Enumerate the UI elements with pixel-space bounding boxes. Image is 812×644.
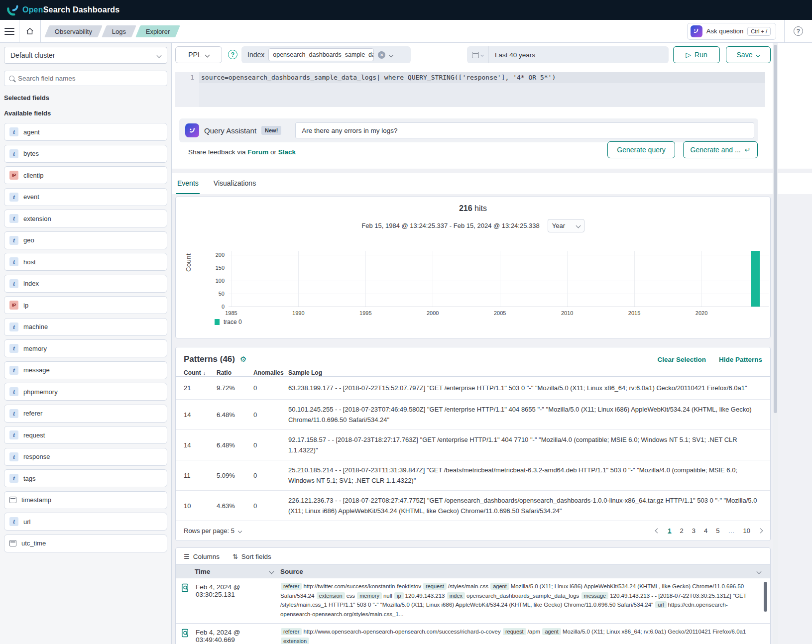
tab-visualizations[interactable]: Visualizations (213, 179, 257, 194)
field-item-memory[interactable]: tmemory (4, 339, 167, 357)
field-item-request[interactable]: trequest (4, 426, 167, 444)
breadcrumb-explorer[interactable]: Explorer (135, 25, 180, 37)
sort-fields-button[interactable]: ⇅ Sort fields (232, 553, 271, 560)
field-item-response[interactable]: tresponse (4, 448, 167, 466)
rows-per-page-select[interactable]: Rows per page: 5 (184, 527, 241, 535)
assistant-question-input[interactable] (295, 122, 754, 138)
gridline-h (229, 294, 769, 294)
cluster-select[interactable]: Default cluster (4, 47, 167, 64)
chevron-down-icon (238, 529, 242, 533)
clear-selection-link[interactable]: Clear Selection (657, 356, 706, 363)
field-item-timestamp[interactable]: timestamp (4, 491, 167, 509)
field-tag-referer: referer (281, 583, 302, 590)
time-column-header[interactable]: Time (195, 568, 280, 575)
field-item-clientip[interactable]: IPclientip (4, 166, 167, 184)
pattern-row[interactable]: 219.72%063.238.199.177 - - [2018-07-22T1… (176, 377, 770, 400)
field-item-index[interactable]: tindex (4, 275, 167, 293)
help-icon[interactable]: ? (794, 26, 803, 36)
field-item-host[interactable]: thost (4, 253, 167, 271)
pattern-row[interactable]: 104.63%0226.121.236.73 - - [2018-07-22T0… (176, 491, 770, 521)
index-selector: Index opensearch_dashboards_sample_dat..… (241, 46, 411, 63)
save-button[interactable]: Save (726, 46, 771, 63)
field-item-utc_time[interactable]: utc_time (4, 535, 167, 552)
field-item-tags[interactable]: ttags (4, 469, 167, 487)
page-10[interactable]: 10 (743, 527, 750, 535)
field-tag-request: request (503, 628, 526, 635)
ppl-help-icon[interactable]: ? (228, 50, 237, 59)
time-range-value[interactable]: Last 40 years (489, 51, 669, 59)
query-language-select[interactable]: PPL (175, 46, 222, 63)
field-item-phpmemory[interactable]: tphpmemory (4, 383, 167, 401)
expand-document-icon[interactable] (176, 624, 195, 644)
pattern-row[interactable]: 115.09%025.210.185.214 - - [2018-07-23T1… (176, 460, 770, 491)
forum-link[interactable]: Forum (247, 148, 268, 156)
string-type-icon: t (9, 257, 18, 266)
field-item-ip[interactable]: IPip (4, 296, 167, 314)
brand[interactable]: OpenSearch Dashboards (7, 4, 119, 16)
breadcrumb-observability[interactable]: Observability (44, 25, 103, 37)
query-language-label: PPL (188, 51, 201, 59)
query-editor[interactable]: 1 source=opensearch_dashboards_sample_da… (175, 72, 765, 107)
patterns-col-anomalies[interactable]: Anomalies (253, 369, 288, 376)
date-type-icon (9, 540, 16, 546)
home-icon[interactable] (19, 20, 40, 42)
pattern-sample-log: 50.101.245.255 - - [2018-07-23T07:46:49.… (288, 400, 762, 429)
menu-icon[interactable] (0, 20, 19, 42)
chevron-down-icon[interactable] (389, 52, 394, 57)
gear-icon[interactable]: ⚙ (240, 355, 246, 364)
pattern-row[interactable]: 146.48%050.101.245.255 - - [2018-07-23T0… (176, 400, 770, 430)
patterns-col-ratio[interactable]: Ratio (217, 369, 253, 376)
expand-document-icon[interactable] (176, 578, 195, 623)
string-type-icon: t (9, 149, 18, 158)
page-3[interactable]: 3 (692, 527, 696, 535)
gridline-v (500, 251, 500, 307)
field-item-machine[interactable]: tmachine (4, 318, 167, 336)
page-5[interactable]: 5 (716, 527, 719, 535)
run-button[interactable]: ▷ Run (673, 46, 720, 63)
page-1[interactable]: 1 (668, 527, 671, 535)
tab-events[interactable]: Events (176, 179, 200, 194)
ask-question-button[interactable]: Ask question Ctrl + / (687, 23, 776, 40)
nav-right: Ask question Ctrl + / ? (687, 20, 812, 42)
legend-item[interactable]: trace 0 (215, 319, 242, 325)
index-input[interactable]: opensearch_dashboards_sample_dat... (268, 48, 374, 61)
field-item-referer[interactable]: treferer (4, 405, 167, 423)
clear-icon[interactable]: ✕ (378, 51, 385, 59)
calendar-icon[interactable] (467, 46, 489, 63)
source-column-header[interactable]: Source (280, 568, 757, 575)
page-scrollbar-thumb[interactable] (774, 45, 777, 413)
pattern-anomalies: 0 (253, 502, 288, 510)
pattern-row[interactable]: 146.48%092.17.158.57 - - [2018-07-23T18:… (176, 430, 770, 460)
hide-patterns-link[interactable]: Hide Patterns (719, 356, 762, 363)
field-item-extension[interactable]: textension (4, 210, 167, 227)
patterns-col-sample-log[interactable]: Sample Log (288, 369, 762, 376)
breadcrumb-logs[interactable]: Logs (102, 25, 136, 37)
interval-select[interactable]: Year (548, 219, 584, 232)
columns-button[interactable]: ☰ Columns (184, 553, 220, 560)
pattern-sample-log: 92.17.158.57 - - [2018-07-23T18:27:17.76… (288, 430, 762, 460)
generate-and-run-button[interactable]: Generate and ... ↵ (683, 141, 758, 158)
field-item-url[interactable]: turl (4, 513, 167, 531)
previous-page-icon[interactable] (656, 529, 659, 533)
page-2[interactable]: 2 (680, 527, 684, 535)
gridline-h (229, 281, 769, 281)
breadcrumb-label: Observability (55, 27, 92, 35)
field-item-agent[interactable]: tagent (4, 123, 167, 141)
x-tick-label: 1990 (292, 310, 304, 316)
search-input[interactable] (18, 75, 162, 82)
y-tick-label: 150 (216, 265, 225, 271)
field-item-bytes[interactable]: tbytes (4, 145, 167, 163)
pagination: 12345…10 (656, 527, 762, 535)
generate-query-button[interactable]: Generate query (607, 141, 675, 158)
table-scrollbar-thumb[interactable] (764, 582, 767, 612)
patterns-card: Patterns (46) ⚙ Clear Selection Hide Pat… (175, 347, 771, 541)
patterns-col-count[interactable]: Count↓ (184, 369, 217, 376)
field-name: request (23, 431, 45, 439)
field-item-geo[interactable]: tgeo (4, 231, 167, 249)
field-item-message[interactable]: tmessage (4, 361, 167, 379)
field-item-event[interactable]: tevent (4, 188, 167, 206)
slack-link[interactable]: Slack (278, 148, 296, 156)
page-4[interactable]: 4 (704, 527, 707, 535)
field-tag-referer: referer (281, 628, 302, 635)
next-page-icon[interactable] (759, 529, 762, 533)
